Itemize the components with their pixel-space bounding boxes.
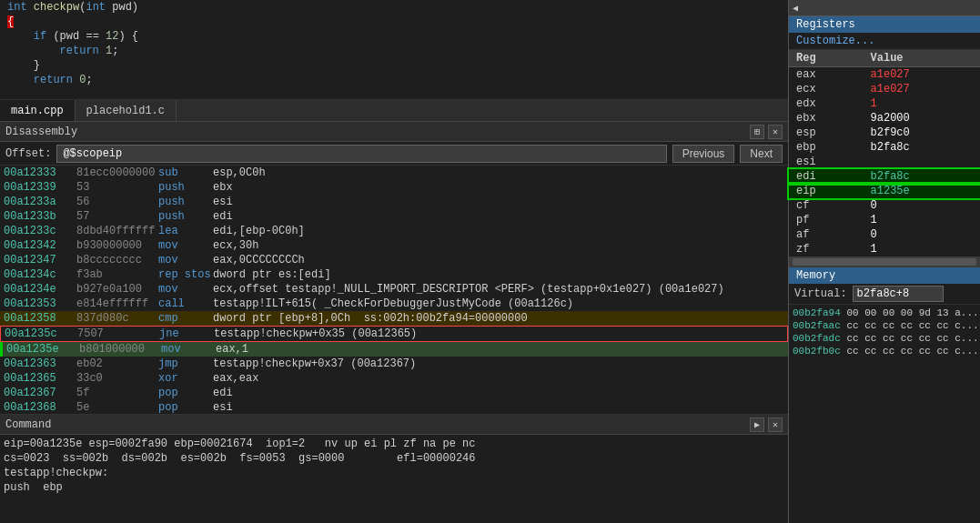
disasm-icon-close[interactable]: ✕ bbox=[768, 125, 783, 139]
disassembly-header: Disassembly ⊞ ✕ bbox=[0, 122, 788, 142]
disasm-row[interactable]: 00a12347 b8cccccccc mov eax,0CCCCCCCCh bbox=[0, 253, 788, 267]
disasm-row[interactable]: 00a1234e b927e0a100 mov ecx,offset testa… bbox=[0, 282, 788, 297]
reg-value bbox=[864, 155, 980, 169]
disasm-bytes: b801000000 bbox=[79, 343, 161, 356]
command-line: testapp!checkpw: bbox=[4, 466, 784, 480]
register-row[interactable]: zf1 bbox=[789, 242, 980, 256]
virtual-input[interactable] bbox=[853, 286, 944, 302]
disasm-row[interactable]: 00a1235c 7507 jne testapp!checkpw+0x35 (… bbox=[0, 326, 788, 342]
reg-value: 1 bbox=[864, 242, 980, 256]
next-button[interactable]: Next bbox=[740, 145, 783, 163]
disasm-row[interactable]: 00a1233a 56 push esi bbox=[0, 195, 788, 209]
reg-value: b2f9c0 bbox=[864, 126, 980, 140]
disasm-addr: 00a1235c bbox=[5, 327, 77, 340]
disasm-row[interactable]: 00a1233c 8dbd40ffffff lea edi,[ebp-0C0h] bbox=[0, 224, 788, 238]
disasm-mnem: pop bbox=[158, 387, 213, 399]
disasm-row[interactable]: 00a12365 33c0 xor eax,eax bbox=[0, 371, 788, 386]
disasm-addr: 00a1234e bbox=[4, 283, 76, 296]
disasm-mnem: cmp bbox=[158, 312, 213, 325]
disasm-icon-graph[interactable]: ⊞ bbox=[750, 125, 764, 139]
reg-name: zf bbox=[789, 242, 864, 256]
register-row[interactable]: esi bbox=[789, 155, 980, 169]
disasm-mnem: sub bbox=[158, 166, 213, 179]
reg-name: pf bbox=[789, 213, 864, 227]
offset-label: Offset: bbox=[5, 147, 51, 160]
customize-link[interactable]: Customize... bbox=[789, 33, 980, 50]
memory-title: Memory bbox=[796, 269, 835, 282]
register-row[interactable]: ebpb2fa8c bbox=[789, 140, 980, 155]
registers-table: Reg Value eaxa1e027ecxa1e027edx1ebx9a200… bbox=[789, 50, 980, 256]
register-row[interactable]: af0 bbox=[789, 227, 980, 242]
reg-name: ebx bbox=[789, 111, 864, 126]
register-row[interactable]: ecxa1e027 bbox=[789, 82, 980, 96]
reg-value: 1 bbox=[864, 96, 980, 111]
memory-content: 00b2fa94 00 00 00 00 9d 13 a...00b2faac … bbox=[789, 305, 980, 523]
disasm-addr: 00a12363 bbox=[4, 357, 76, 370]
right-panel: ◀ Registers Customize... Reg Value eaxa1… bbox=[788, 0, 980, 523]
disasm-row[interactable]: 00a12363 eb02 jmp testapp!checkpw+0x37 (… bbox=[0, 357, 788, 371]
disasm-mnem: call bbox=[158, 297, 213, 310]
disasm-row[interactable]: 00a12367 5f pop edi bbox=[0, 386, 788, 400]
offset-input[interactable] bbox=[56, 145, 666, 163]
disasm-row[interactable]: 00a12339 53 push ebx bbox=[0, 180, 788, 195]
code-line: if (pwd == 12) { bbox=[0, 29, 788, 44]
disasm-content[interactable]: 00a12333 81ecc0000000 sub esp,0C0h00a123… bbox=[0, 166, 788, 414]
tab-placehold1[interactable]: placehold1.c bbox=[76, 100, 177, 121]
command-icon-term[interactable]: ▶ bbox=[750, 417, 764, 432]
registers-title: Registers bbox=[796, 18, 855, 31]
disasm-bytes: eb02 bbox=[76, 357, 158, 370]
disasm-row[interactable]: 00a1235e b801000000 mov eax,1 bbox=[0, 342, 788, 357]
disasm-row[interactable]: 00a1233b 57 push edi bbox=[0, 209, 788, 224]
code-line: } bbox=[0, 58, 788, 73]
disasm-addr: 00a12353 bbox=[4, 297, 76, 310]
reg-value: a1e027 bbox=[864, 82, 980, 96]
disasm-ops: esi bbox=[213, 401, 784, 414]
disasm-bytes: b927e0a100 bbox=[76, 283, 158, 296]
code-line: { bbox=[0, 15, 788, 29]
memory-virtual-bar: Virtual: bbox=[789, 284, 980, 305]
reg-value: a1235e bbox=[864, 184, 980, 198]
register-row[interactable]: eaxa1e027 bbox=[789, 67, 980, 83]
disasm-mnem: mov bbox=[158, 254, 213, 267]
disasm-addr: 00a12342 bbox=[4, 239, 76, 252]
reg-name: eax bbox=[789, 67, 864, 83]
disasm-mnem: rep stos bbox=[158, 268, 213, 281]
reg-value: b2fa8c bbox=[864, 140, 980, 155]
virtual-label: Virtual: bbox=[794, 287, 847, 300]
register-row[interactable]: espb2f9c0 bbox=[789, 126, 980, 140]
register-row[interactable]: cf0 bbox=[789, 198, 980, 213]
disasm-addr: 00a1233a bbox=[4, 196, 76, 208]
disasm-mnem: pop bbox=[158, 401, 213, 414]
command-icon-close[interactable]: ✕ bbox=[768, 417, 783, 432]
register-row[interactable]: edib2fa8c bbox=[789, 169, 980, 184]
register-row[interactable]: ebx9a2000 bbox=[789, 111, 980, 126]
tab-main-cpp[interactable]: main.cpp bbox=[0, 100, 76, 121]
disasm-row[interactable]: 00a1234c f3ab rep stos dword ptr es:[edi… bbox=[0, 267, 788, 282]
disasm-ops: testapp!checkpw+0x35 (00a12365) bbox=[214, 327, 783, 340]
disasm-mnem: jne bbox=[159, 327, 214, 340]
disasm-row[interactable]: 00a12333 81ecc0000000 sub esp,0C0h bbox=[0, 166, 788, 180]
command-content: eip=00a1235e esp=0002fa90 ebp=00021674 i… bbox=[0, 435, 788, 523]
disasm-row[interactable]: 00a12358 837d080c cmp dword ptr [ebp+8],… bbox=[0, 311, 788, 326]
disasm-row[interactable]: 00a12368 5e pop esi bbox=[0, 400, 788, 414]
scroll-left-icon[interactable]: ◀ bbox=[793, 3, 798, 14]
code-line: int checkpw(int pwd) bbox=[0, 0, 788, 15]
value-col-header: Value bbox=[864, 50, 980, 67]
disasm-ops: ecx,offset testapp!_NULL_IMPORT_DESCRIPT… bbox=[213, 283, 784, 296]
code-line: return 0; bbox=[0, 73, 788, 87]
disasm-mnem: jmp bbox=[158, 357, 213, 370]
reg-name: eip bbox=[789, 184, 864, 198]
reg-name: esi bbox=[789, 155, 864, 169]
memory-row: 00b2faac cc cc cc cc cc cc c... bbox=[793, 319, 976, 332]
previous-button[interactable]: Previous bbox=[672, 145, 735, 163]
disasm-row[interactable]: 00a12353 e814effffff call testapp!ILT+61… bbox=[0, 297, 788, 311]
disasm-bytes: e814effffff bbox=[76, 297, 158, 310]
reg-value: a1e027 bbox=[864, 67, 980, 83]
registers-scrollbar[interactable] bbox=[789, 256, 980, 267]
disasm-mnem: xor bbox=[158, 372, 213, 385]
disasm-ops: edi bbox=[213, 210, 784, 223]
disasm-row[interactable]: 00a12342 b930000000 mov ecx,30h bbox=[0, 238, 788, 253]
register-row[interactable]: edx1 bbox=[789, 96, 980, 111]
register-row[interactable]: eipa1235e bbox=[789, 184, 980, 198]
register-row[interactable]: pf1 bbox=[789, 213, 980, 227]
